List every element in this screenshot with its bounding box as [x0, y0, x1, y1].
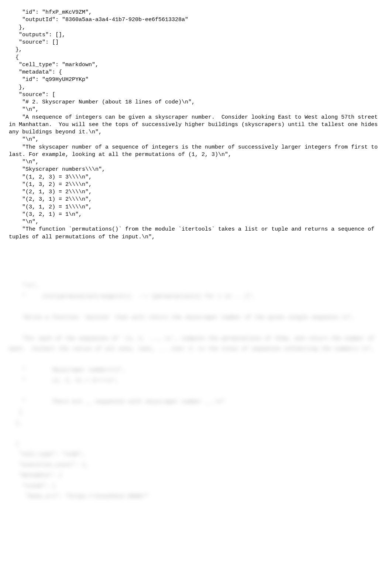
document-page: "id": "hfxP_mKcV9ZM", "outputId": "8360a…: [0, 0, 392, 575]
code-block: "id": "hfxP_mKcV9ZM", "outputId": "8360a…: [0, 0, 392, 241]
blurred-hidden-content: "\n", " list(permutation(range(3))) --> …: [9, 281, 383, 503]
